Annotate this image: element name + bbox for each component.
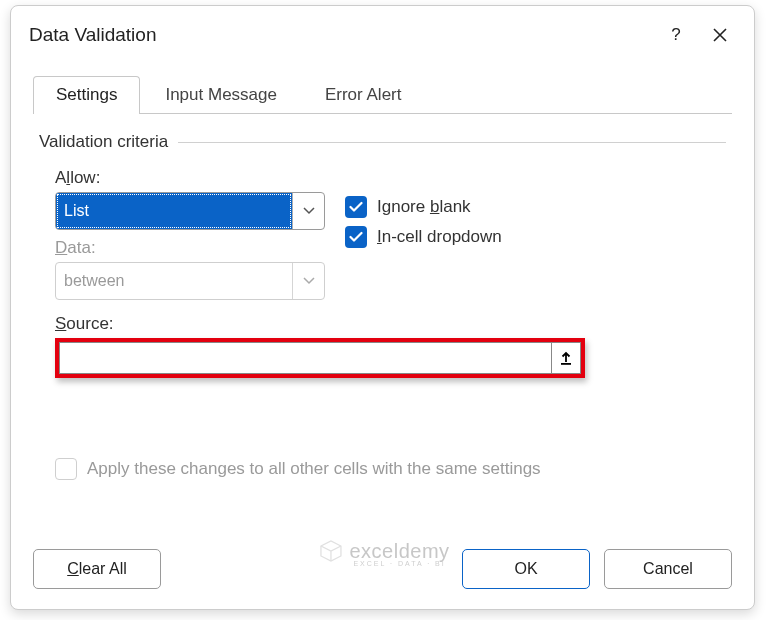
- settings-panel: Validation criteria Allow: List D: [11, 114, 754, 539]
- incell-dropdown-label: In-cell dropdown: [377, 227, 502, 247]
- apply-all-checkbox: Apply these changes to all other cells w…: [55, 458, 726, 480]
- allow-value: List: [56, 193, 292, 229]
- ignore-blank-checkbox[interactable]: Ignore blank: [345, 196, 502, 218]
- source-input-highlight: [55, 338, 585, 378]
- chevron-down-icon: [292, 193, 324, 229]
- data-validation-dialog: Data Validation ? Settings Input Message…: [10, 5, 755, 610]
- tab-error-alert[interactable]: Error Alert: [302, 76, 425, 114]
- ok-button[interactable]: OK: [462, 549, 590, 589]
- tab-strip: Settings Input Message Error Alert: [11, 58, 754, 114]
- range-picker-button[interactable]: [551, 342, 581, 374]
- source-input[interactable]: [59, 342, 551, 374]
- chevron-down-icon: [292, 263, 324, 299]
- dialog-footer: Clear All OK Cancel: [11, 539, 754, 609]
- dialog-title: Data Validation: [29, 24, 654, 46]
- tab-input-message[interactable]: Input Message: [142, 76, 300, 114]
- allow-label: Allow:: [55, 168, 345, 188]
- help-icon: ?: [671, 25, 680, 45]
- svg-rect-0: [561, 363, 571, 365]
- incell-dropdown-checkbox[interactable]: In-cell dropdown: [345, 226, 502, 248]
- allow-combo[interactable]: List: [55, 192, 325, 230]
- checkbox-checked-icon: [345, 226, 367, 248]
- source-label: Source:: [55, 314, 726, 334]
- ignore-blank-label: Ignore blank: [377, 197, 471, 217]
- titlebar: Data Validation ?: [11, 6, 754, 58]
- data-value: between: [56, 263, 292, 299]
- close-icon: [713, 28, 727, 42]
- checkbox-unchecked-icon: [55, 458, 77, 480]
- cancel-button[interactable]: Cancel: [604, 549, 732, 589]
- group-validation-criteria: Validation criteria: [39, 132, 726, 152]
- clear-all-button[interactable]: Clear All: [33, 549, 161, 589]
- apply-all-label: Apply these changes to all other cells w…: [87, 459, 541, 479]
- data-label: Data:: [55, 238, 345, 258]
- collapse-dialog-icon: [558, 350, 574, 366]
- checkbox-checked-icon: [345, 196, 367, 218]
- data-combo: between: [55, 262, 325, 300]
- close-button[interactable]: [698, 17, 742, 53]
- tab-settings[interactable]: Settings: [33, 76, 140, 114]
- help-button[interactable]: ?: [654, 17, 698, 53]
